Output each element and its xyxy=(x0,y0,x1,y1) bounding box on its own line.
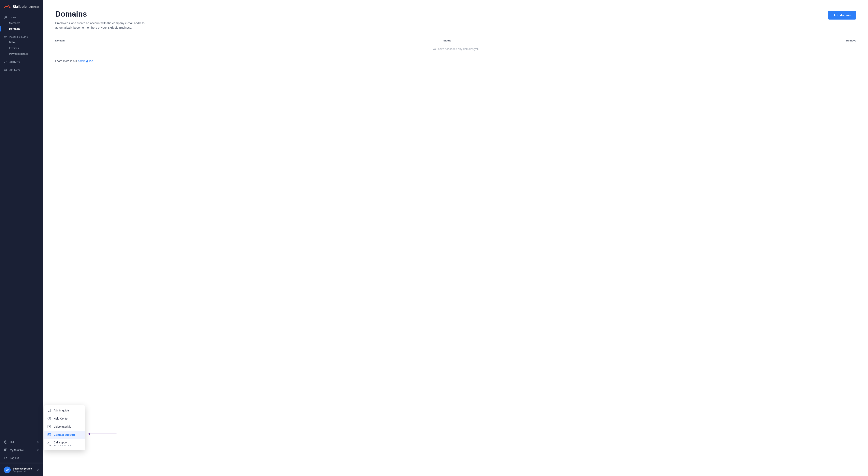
activity-label: ACTIVITY xyxy=(0,58,43,65)
col-remove: Remove xyxy=(563,37,856,44)
page-header-left: Domains Employees who create an account … xyxy=(55,10,162,30)
add-domain-button[interactable]: Add domain xyxy=(828,11,856,20)
help-dropdown-admin-guide[interactable]: Admin guide xyxy=(44,406,85,414)
play-icon xyxy=(48,425,51,428)
sidebar-item-logout[interactable]: Log out xyxy=(0,454,43,462)
help-circle-icon xyxy=(48,417,51,420)
api-keys-section: API KEYS xyxy=(0,65,43,73)
profile-company: Company Ltd xyxy=(12,470,35,472)
svg-marker-15 xyxy=(49,426,50,427)
my-skribble-icon xyxy=(4,448,7,452)
help-dropdown: Admin guide Help Center Video tutorials … xyxy=(44,405,85,450)
admin-guide-link[interactable]: Admin guide xyxy=(78,59,93,63)
svg-rect-16 xyxy=(48,434,51,436)
logo-sub: Business xyxy=(29,5,39,8)
svg-rect-4 xyxy=(5,37,6,37)
page-title: Domains xyxy=(55,10,162,18)
svg-point-13 xyxy=(49,419,50,420)
profile-info: Business profile Company Ltd xyxy=(12,467,35,472)
sidebar-bottom: Help My Skribble Log out xyxy=(0,436,43,476)
page-header: Domains Employees who create an account … xyxy=(55,10,856,30)
help-dropdown-call-support[interactable]: Call support +41 44 505 16 64 xyxy=(44,439,85,449)
profile-section[interactable]: BP Business profile Company Ltd xyxy=(0,464,43,476)
divider-2 xyxy=(0,463,43,463)
page-description: Employees who create an account with the… xyxy=(55,21,162,30)
profile-name: Business profile xyxy=(12,467,35,470)
help-dropdown-contact-support[interactable]: Contact support xyxy=(44,430,85,439)
empty-row: You have not added any domains yet. xyxy=(55,44,856,54)
sidebar: Skribble Business TEAM Members Domains xyxy=(0,0,43,476)
skribble-logo-icon xyxy=(4,4,11,9)
sidebar-item-help[interactable]: Help xyxy=(0,438,43,446)
logout-icon xyxy=(4,456,7,459)
sidebar-item-billing[interactable]: Billing xyxy=(0,39,43,45)
sidebar-item-domains[interactable]: Domains xyxy=(0,26,43,32)
plan-billing-icon xyxy=(4,35,7,39)
admin-guide-text: Learn more in our Admin guide. xyxy=(55,59,856,63)
my-skribble-chevron-icon xyxy=(37,449,39,451)
sidebar-item-invoices[interactable]: Invoices xyxy=(0,45,43,51)
activity-section: ACTIVITY xyxy=(0,57,43,65)
col-status: Status xyxy=(332,37,563,44)
api-keys-label: API KEYS xyxy=(0,66,43,72)
logo[interactable]: Skribble Business xyxy=(0,0,43,12)
help-chevron-icon xyxy=(37,441,39,443)
mail-icon xyxy=(48,433,51,437)
domains-table: Domain Status Remove You have not added … xyxy=(55,37,856,54)
plan-billing-label: PLAN & BILLING xyxy=(0,33,43,39)
sidebar-item-members[interactable]: Members xyxy=(0,20,43,26)
col-domain: Domain xyxy=(55,37,332,44)
main-content: Domains Employees who create an account … xyxy=(43,0,868,476)
team-icon xyxy=(4,16,7,19)
profile-chevron-icon xyxy=(37,469,39,471)
activity-icon xyxy=(4,60,7,64)
sidebar-item-payment-details[interactable]: Payment details xyxy=(0,51,43,57)
phone-icon xyxy=(48,442,51,446)
api-keys-icon xyxy=(4,68,7,72)
bookmark-icon xyxy=(48,409,51,412)
svg-rect-3 xyxy=(4,36,7,38)
plan-billing-section: PLAN & BILLING Billing Invoices Payment … xyxy=(0,32,43,57)
help-dropdown-video-tutorials[interactable]: Video tutorials xyxy=(44,422,85,430)
sidebar-item-my-skribble[interactable]: My Skribble xyxy=(0,446,43,454)
avatar: BP xyxy=(4,467,11,473)
svg-point-2 xyxy=(6,17,7,18)
logo-brand: Skribble xyxy=(12,5,27,9)
help-dropdown-help-center[interactable]: Help Center xyxy=(44,414,85,422)
team-section: TEAM Members Domains xyxy=(0,12,43,32)
empty-text: You have not added any domains yet. xyxy=(55,44,856,54)
svg-point-1 xyxy=(5,17,6,18)
help-icon xyxy=(4,440,7,444)
svg-point-0 xyxy=(9,7,10,8)
team-section-label: TEAM xyxy=(0,14,43,20)
call-support-text: Call support +41 44 505 16 64 xyxy=(54,441,72,447)
